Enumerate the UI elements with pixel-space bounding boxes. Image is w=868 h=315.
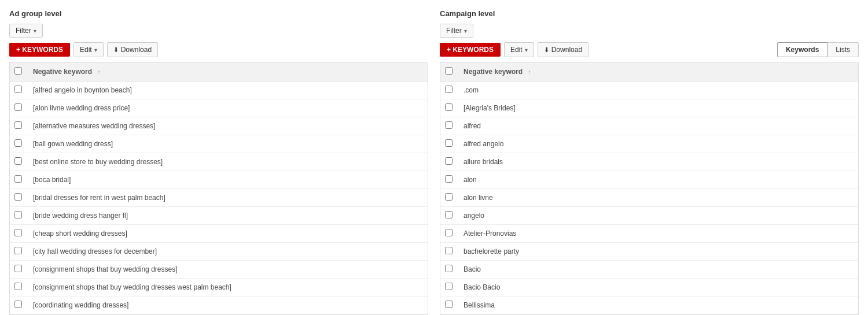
row-checkbox[interactable] bbox=[14, 103, 22, 111]
table-row: [coordinating wedding dresses] bbox=[10, 297, 428, 314]
ad-group-select-all-checkbox[interactable] bbox=[14, 67, 22, 75]
campaign-filter-button[interactable]: Filter ▾ bbox=[440, 24, 473, 38]
campaign-select-all-header[interactable] bbox=[440, 62, 458, 81]
keyword-cell: [best online store to buy wedding dresse… bbox=[27, 153, 428, 171]
row-checkbox-cell[interactable] bbox=[440, 135, 458, 153]
row-checkbox[interactable] bbox=[445, 86, 453, 93]
ad-group-filter-button[interactable]: Filter ▾ bbox=[9, 24, 43, 38]
campaign-table: Negative keyword ↑ .com [Alegria's Bride… bbox=[440, 62, 858, 314]
keyword-cell: [city hall wedding dresses for december] bbox=[27, 243, 428, 261]
row-checkbox-cell[interactable] bbox=[10, 135, 27, 153]
row-checkbox[interactable] bbox=[445, 103, 453, 111]
campaign-select-all-checkbox[interactable] bbox=[445, 67, 453, 75]
row-checkbox[interactable] bbox=[14, 121, 22, 129]
row-checkbox[interactable] bbox=[445, 193, 453, 201]
row-checkbox[interactable] bbox=[445, 175, 453, 183]
row-checkbox-cell[interactable] bbox=[440, 99, 458, 117]
row-checkbox-cell[interactable] bbox=[440, 297, 458, 314]
ad-group-level-title: Ad group level bbox=[9, 9, 428, 18]
keyword-cell: .com bbox=[458, 81, 858, 99]
keyword-cell: [consignment shops that buy wedding dres… bbox=[27, 279, 428, 297]
ad-group-edit-button[interactable]: Edit ▾ bbox=[73, 42, 104, 57]
row-checkbox-cell[interactable] bbox=[440, 81, 458, 99]
table-row: [bride wedding dress hanger fl] bbox=[10, 207, 428, 225]
ad-group-select-all-header[interactable] bbox=[10, 62, 27, 81]
row-checkbox-cell[interactable] bbox=[440, 225, 458, 243]
table-row: [alon livne wedding dress price] bbox=[10, 99, 428, 117]
row-checkbox[interactable] bbox=[14, 175, 22, 183]
row-checkbox-cell[interactable] bbox=[440, 171, 458, 189]
row-checkbox[interactable] bbox=[14, 301, 22, 308]
campaign-keywords-button[interactable]: + KEYWORDS bbox=[440, 43, 501, 57]
table-row: Bellissima bbox=[440, 297, 858, 314]
row-checkbox-cell[interactable] bbox=[10, 153, 27, 171]
row-checkbox-cell[interactable] bbox=[10, 279, 27, 297]
row-checkbox[interactable] bbox=[445, 211, 453, 218]
row-checkbox[interactable] bbox=[14, 139, 22, 147]
row-checkbox[interactable] bbox=[445, 283, 453, 290]
row-checkbox-cell[interactable] bbox=[10, 261, 27, 279]
tab-keywords-button[interactable]: Keywords bbox=[777, 42, 827, 57]
ad-group-table: Negative keyword ↑ [alfred angelo in boy… bbox=[10, 62, 428, 314]
ad-group-download-button[interactable]: ⬇ Download bbox=[107, 42, 158, 57]
row-checkbox-cell[interactable] bbox=[440, 279, 458, 297]
filter-chevron-icon: ▾ bbox=[34, 28, 36, 34]
row-checkbox-cell[interactable] bbox=[10, 225, 27, 243]
keywords-label: + KEYWORDS bbox=[447, 46, 494, 54]
table-row: [alfred angelo in boynton beach] bbox=[10, 81, 428, 99]
row-checkbox[interactable] bbox=[445, 157, 453, 165]
row-checkbox-cell[interactable] bbox=[10, 117, 27, 135]
row-checkbox[interactable] bbox=[445, 121, 453, 129]
row-checkbox[interactable] bbox=[14, 193, 22, 201]
table-row: [cheap short wedding dresses] bbox=[10, 225, 428, 243]
edit-chevron-icon: ▾ bbox=[525, 47, 528, 53]
row-checkbox[interactable] bbox=[445, 247, 453, 254]
row-checkbox-cell[interactable] bbox=[440, 207, 458, 225]
row-checkbox-cell[interactable] bbox=[10, 243, 27, 261]
row-checkbox[interactable] bbox=[445, 139, 453, 147]
campaign-level-panel: Campaign level Filter ▾ + KEYWORDS Edit … bbox=[440, 9, 859, 315]
row-checkbox-cell[interactable] bbox=[10, 99, 27, 117]
row-checkbox[interactable] bbox=[445, 301, 453, 308]
keyword-cell: angelo bbox=[458, 207, 858, 225]
row-checkbox[interactable] bbox=[14, 265, 22, 272]
row-checkbox-cell[interactable] bbox=[440, 189, 458, 207]
row-checkbox-cell[interactable] bbox=[10, 81, 27, 99]
campaign-keyword-header: Negative keyword ↑ bbox=[458, 62, 858, 81]
row-checkbox-cell[interactable] bbox=[10, 297, 27, 314]
row-checkbox[interactable] bbox=[14, 86, 22, 93]
tab-lists-button[interactable]: Lists bbox=[827, 42, 859, 57]
row-checkbox-cell[interactable] bbox=[440, 117, 458, 135]
campaign-filter-toolbar: Filter ▾ bbox=[440, 24, 859, 38]
row-checkbox[interactable] bbox=[445, 229, 453, 236]
row-checkbox-cell[interactable] bbox=[440, 243, 458, 261]
download-icon: ⬇ bbox=[544, 46, 549, 54]
row-checkbox-cell[interactable] bbox=[10, 189, 27, 207]
table-row: [bridal dresses for rent in west palm be… bbox=[10, 189, 428, 207]
table-row: [ball gown wedding dress] bbox=[10, 135, 428, 153]
row-checkbox[interactable] bbox=[14, 157, 22, 165]
keyword-cell: Bellissima bbox=[458, 297, 858, 314]
row-checkbox-cell[interactable] bbox=[10, 171, 27, 189]
table-row: alfred angelo bbox=[440, 135, 858, 153]
keyword-cell: alon livne bbox=[458, 189, 858, 207]
keyword-cell: Bacio Bacio bbox=[458, 279, 858, 297]
table-row: [best online store to buy wedding dresse… bbox=[10, 153, 428, 171]
row-checkbox[interactable] bbox=[14, 229, 22, 236]
row-checkbox[interactable] bbox=[14, 283, 22, 290]
table-row: bachelorette party bbox=[440, 243, 858, 261]
filter-label: Filter bbox=[16, 27, 31, 35]
row-checkbox-cell[interactable] bbox=[10, 207, 27, 225]
row-checkbox-cell[interactable] bbox=[440, 261, 458, 279]
row-checkbox[interactable] bbox=[14, 247, 22, 254]
row-checkbox[interactable] bbox=[445, 265, 453, 272]
campaign-table-container: Negative keyword ↑ .com [Alegria's Bride… bbox=[440, 62, 859, 315]
row-checkbox-cell[interactable] bbox=[440, 153, 458, 171]
keyword-cell: [Alegria's Brides] bbox=[458, 99, 858, 117]
campaign-download-button[interactable]: ⬇ Download bbox=[538, 42, 589, 57]
ad-group-keywords-button[interactable]: + KEYWORDS bbox=[9, 43, 70, 57]
campaign-edit-button[interactable]: Edit ▾ bbox=[504, 42, 534, 57]
table-row: allure bridals bbox=[440, 153, 858, 171]
keyword-cell: allure bridals bbox=[458, 153, 858, 171]
row-checkbox[interactable] bbox=[14, 211, 22, 218]
